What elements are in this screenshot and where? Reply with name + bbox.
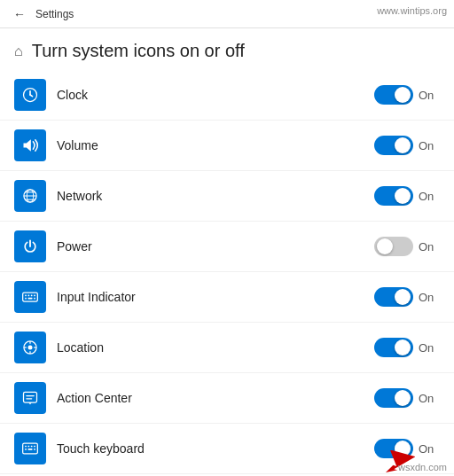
network-status: On xyxy=(419,190,440,203)
svg-rect-28 xyxy=(28,446,30,448)
location-status: On xyxy=(419,341,440,355)
svg-rect-9 xyxy=(23,293,38,301)
location-toggle-thumb xyxy=(395,339,411,355)
svg-rect-12 xyxy=(31,295,33,297)
clock-toggle-thumb xyxy=(395,87,411,103)
page-title: Turn system icons on or off xyxy=(32,41,245,61)
network-toggle-container: On xyxy=(374,186,440,206)
volume-icon xyxy=(14,129,46,161)
location-toggle-container: On xyxy=(374,338,440,357)
volume-label: Volume xyxy=(57,138,374,152)
volume-toggle-container: On xyxy=(374,136,440,155)
setting-row-input-indicator: Input IndicatorOn xyxy=(0,272,454,323)
network-icon xyxy=(14,180,46,212)
red-arrow-indicator xyxy=(380,450,415,476)
input-indicator-status: On xyxy=(419,291,440,304)
setting-row-action-center: Action CenterOn xyxy=(0,373,454,424)
settings-list: ClockOnVolumeOnNetworkOnPowerOnInput Ind… xyxy=(0,70,454,476)
action-center-toggle-container: On xyxy=(374,388,440,408)
clock-toggle-container: On xyxy=(374,85,440,105)
input-indicator-label: Input Indicator xyxy=(57,290,374,304)
svg-rect-15 xyxy=(28,298,33,300)
power-status: On xyxy=(419,240,440,254)
svg-rect-11 xyxy=(28,295,30,297)
title-bar: ← Settings www.wintips.org xyxy=(0,0,454,28)
settings-window: ← Settings www.wintips.org ⌂ Turn system… xyxy=(0,0,454,476)
action-center-toggle[interactable] xyxy=(374,388,413,408)
touch-keyboard-label: Touch keyboard xyxy=(57,441,374,456)
title-bar-title: Settings xyxy=(35,8,74,20)
touch-keyboard-icon xyxy=(14,433,46,464)
volume-toggle-thumb xyxy=(395,137,411,153)
setting-row-clock: ClockOn xyxy=(0,70,454,121)
svg-rect-27 xyxy=(25,446,27,448)
input-icon xyxy=(14,281,46,313)
input-indicator-toggle[interactable] xyxy=(374,287,413,307)
volume-toggle[interactable] xyxy=(374,136,413,155)
svg-rect-10 xyxy=(25,295,27,297)
svg-rect-33 xyxy=(34,449,35,450)
setting-row-location: LocationOn xyxy=(0,323,454,373)
page-header: ⌂ Turn system icons on or off xyxy=(0,28,454,70)
input-indicator-toggle-thumb xyxy=(395,289,411,305)
action-center-icon xyxy=(14,382,46,414)
svg-rect-31 xyxy=(25,449,27,450)
setting-row-volume: VolumeOn xyxy=(0,121,454,171)
location-label: Location xyxy=(57,340,374,355)
home-icon[interactable]: ⌂ xyxy=(14,43,23,59)
network-toggle[interactable] xyxy=(374,186,413,206)
touch-keyboard-status: On xyxy=(419,442,440,456)
svg-line-2 xyxy=(30,95,33,97)
power-toggle[interactable] xyxy=(374,237,413,256)
action-center-status: On xyxy=(419,392,440,405)
location-toggle[interactable] xyxy=(374,338,413,357)
clock-label: Clock xyxy=(57,88,374,102)
setting-row-power: PowerOn xyxy=(0,222,454,272)
volume-status: On xyxy=(419,139,440,152)
svg-rect-16 xyxy=(34,298,35,300)
svg-rect-13 xyxy=(34,295,35,297)
svg-rect-32 xyxy=(28,449,33,450)
network-toggle-thumb xyxy=(395,188,411,204)
action-center-toggle-thumb xyxy=(395,390,411,406)
network-label: Network xyxy=(57,189,374,203)
svg-rect-30 xyxy=(34,446,35,448)
watermark-top: www.wintips.org xyxy=(377,5,447,16)
svg-point-18 xyxy=(28,346,33,350)
clock-icon xyxy=(14,79,46,111)
clock-toggle[interactable] xyxy=(374,85,413,105)
location-icon xyxy=(14,332,46,363)
power-icon xyxy=(14,230,46,262)
back-button[interactable]: ← xyxy=(7,2,32,27)
svg-rect-29 xyxy=(31,446,33,448)
clock-status: On xyxy=(419,89,440,102)
setting-row-network: NetworkOn xyxy=(0,171,454,222)
svg-marker-3 xyxy=(24,139,31,151)
power-toggle-thumb xyxy=(377,238,393,254)
input-indicator-toggle-container: On xyxy=(374,287,440,307)
svg-rect-14 xyxy=(25,298,27,300)
power-toggle-container: On xyxy=(374,237,440,256)
svg-rect-23 xyxy=(24,392,37,402)
setting-row-touch-keyboard: Touch keyboardOn xyxy=(0,424,454,474)
power-label: Power xyxy=(57,239,374,254)
action-center-label: Action Center xyxy=(57,391,374,405)
svg-marker-34 xyxy=(384,450,415,476)
